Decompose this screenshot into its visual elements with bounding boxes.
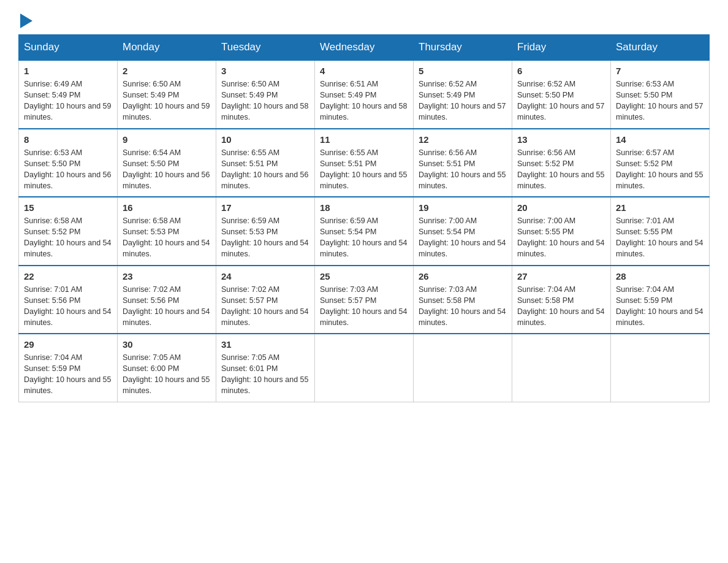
calendar-header-row: SundayMondayTuesdayWednesdayThursdayFrid…: [19, 35, 710, 61]
day-info: Sunrise: 6:51 AMSunset: 5:49 PMDaylight:…: [320, 79, 408, 123]
day-number: 25: [320, 271, 408, 282]
day-info: Sunrise: 7:04 AMSunset: 5:59 PMDaylight:…: [24, 352, 112, 397]
day-number: 2: [123, 66, 211, 76]
day-number: 16: [123, 202, 211, 213]
day-info: Sunrise: 7:02 AMSunset: 5:57 PMDaylight:…: [221, 284, 309, 329]
calendar-cell: 4 Sunrise: 6:51 AMSunset: 5:49 PMDayligh…: [315, 60, 414, 129]
day-number: 30: [123, 339, 211, 350]
day-info: Sunrise: 7:01 AMSunset: 5:55 PMDaylight:…: [616, 215, 704, 260]
day-info: Sunrise: 6:53 AMSunset: 5:50 PMDaylight:…: [616, 79, 704, 123]
day-number: 15: [24, 202, 112, 213]
calendar-cell: 29 Sunrise: 7:04 AMSunset: 5:59 PMDaylig…: [19, 334, 118, 402]
day-number: 3: [221, 66, 309, 76]
calendar-cell: 17 Sunrise: 6:59 AMSunset: 5:53 PMDaylig…: [216, 197, 315, 266]
day-number: 18: [320, 202, 408, 213]
day-info: Sunrise: 7:00 AMSunset: 5:54 PMDaylight:…: [419, 215, 507, 260]
calendar-cell: 7 Sunrise: 6:53 AMSunset: 5:50 PMDayligh…: [611, 60, 710, 129]
calendar-cell: 9 Sunrise: 6:54 AMSunset: 5:50 PMDayligh…: [118, 129, 216, 197]
calendar-week-row: 29 Sunrise: 7:04 AMSunset: 5:59 PMDaylig…: [19, 334, 710, 402]
calendar-cell: 19 Sunrise: 7:00 AMSunset: 5:54 PMDaylig…: [414, 197, 512, 266]
header-sunday: Sunday: [19, 35, 118, 61]
day-number: 20: [517, 202, 605, 213]
calendar-cell: 8 Sunrise: 6:53 AMSunset: 5:50 PMDayligh…: [19, 129, 118, 197]
day-number: 7: [616, 66, 704, 76]
day-number: 1: [24, 66, 112, 76]
day-info: Sunrise: 7:01 AMSunset: 5:56 PMDaylight:…: [24, 284, 112, 329]
day-number: 28: [616, 271, 704, 282]
day-info: Sunrise: 6:56 AMSunset: 5:52 PMDaylight:…: [517, 147, 605, 192]
calendar-cell: 2 Sunrise: 6:50 AMSunset: 5:49 PMDayligh…: [118, 60, 216, 129]
calendar-cell: 6 Sunrise: 6:52 AMSunset: 5:50 PMDayligh…: [512, 60, 611, 129]
day-info: Sunrise: 6:59 AMSunset: 5:54 PMDaylight:…: [320, 215, 408, 260]
day-info: Sunrise: 6:52 AMSunset: 5:49 PMDaylight:…: [419, 79, 507, 123]
calendar-cell: 13 Sunrise: 6:56 AMSunset: 5:52 PMDaylig…: [512, 129, 611, 197]
calendar-cell: [611, 334, 710, 402]
day-info: Sunrise: 6:49 AMSunset: 5:49 PMDaylight:…: [24, 79, 112, 123]
day-info: Sunrise: 6:56 AMSunset: 5:51 PMDaylight:…: [419, 147, 507, 192]
calendar-cell: [512, 334, 611, 402]
day-info: Sunrise: 6:58 AMSunset: 5:53 PMDaylight:…: [123, 215, 211, 260]
day-number: 13: [517, 134, 605, 145]
calendar-cell: 18 Sunrise: 6:59 AMSunset: 5:54 PMDaylig…: [315, 197, 414, 266]
day-number: 11: [320, 134, 408, 145]
day-info: Sunrise: 7:03 AMSunset: 5:58 PMDaylight:…: [419, 284, 507, 329]
day-info: Sunrise: 7:03 AMSunset: 5:57 PMDaylight:…: [320, 284, 408, 329]
header-saturday: Saturday: [611, 35, 710, 61]
header-tuesday: Tuesday: [216, 35, 315, 61]
calendar-cell: 25 Sunrise: 7:03 AMSunset: 5:57 PMDaylig…: [315, 266, 414, 334]
calendar-week-row: 8 Sunrise: 6:53 AMSunset: 5:50 PMDayligh…: [19, 129, 710, 197]
header-monday: Monday: [118, 35, 216, 61]
calendar-cell: 12 Sunrise: 6:56 AMSunset: 5:51 PMDaylig…: [414, 129, 512, 197]
header-thursday: Thursday: [414, 35, 512, 61]
calendar-cell: 21 Sunrise: 7:01 AMSunset: 5:55 PMDaylig…: [611, 197, 710, 266]
day-info: Sunrise: 6:55 AMSunset: 5:51 PMDaylight:…: [320, 147, 408, 192]
day-info: Sunrise: 6:50 AMSunset: 5:49 PMDaylight:…: [123, 79, 211, 123]
calendar-cell: [414, 334, 512, 402]
day-info: Sunrise: 6:52 AMSunset: 5:50 PMDaylight:…: [517, 79, 605, 123]
day-number: 29: [24, 339, 112, 350]
day-info: Sunrise: 7:05 AMSunset: 6:00 PMDaylight:…: [123, 352, 211, 397]
calendar-cell: 3 Sunrise: 6:50 AMSunset: 5:49 PMDayligh…: [216, 60, 315, 129]
calendar-cell: 23 Sunrise: 7:02 AMSunset: 5:56 PMDaylig…: [118, 266, 216, 334]
page-header: [18, 12, 710, 28]
day-info: Sunrise: 7:04 AMSunset: 5:59 PMDaylight:…: [616, 284, 704, 329]
day-info: Sunrise: 7:02 AMSunset: 5:56 PMDaylight:…: [123, 284, 211, 329]
calendar-week-row: 15 Sunrise: 6:58 AMSunset: 5:52 PMDaylig…: [19, 197, 710, 266]
day-info: Sunrise: 7:05 AMSunset: 6:01 PMDaylight:…: [221, 352, 309, 397]
calendar-cell: 16 Sunrise: 6:58 AMSunset: 5:53 PMDaylig…: [118, 197, 216, 266]
day-number: 22: [24, 271, 112, 282]
logo-arrow-icon: [20, 13, 32, 28]
calendar-cell: 11 Sunrise: 6:55 AMSunset: 5:51 PMDaylig…: [315, 129, 414, 197]
day-number: 23: [123, 271, 211, 282]
day-number: 19: [419, 202, 507, 213]
calendar-cell: 5 Sunrise: 6:52 AMSunset: 5:49 PMDayligh…: [414, 60, 512, 129]
calendar-cell: 1 Sunrise: 6:49 AMSunset: 5:49 PMDayligh…: [19, 60, 118, 129]
day-info: Sunrise: 7:04 AMSunset: 5:58 PMDaylight:…: [517, 284, 605, 329]
day-info: Sunrise: 6:53 AMSunset: 5:50 PMDaylight:…: [24, 147, 112, 192]
day-number: 17: [221, 202, 309, 213]
calendar-week-row: 1 Sunrise: 6:49 AMSunset: 5:49 PMDayligh…: [19, 60, 710, 129]
header-friday: Friday: [512, 35, 611, 61]
calendar-cell: 27 Sunrise: 7:04 AMSunset: 5:58 PMDaylig…: [512, 266, 611, 334]
calendar-table: SundayMondayTuesdayWednesdayThursdayFrid…: [18, 34, 710, 402]
calendar-cell: 24 Sunrise: 7:02 AMSunset: 5:57 PMDaylig…: [216, 266, 315, 334]
day-number: 12: [419, 134, 507, 145]
day-number: 9: [123, 134, 211, 145]
header-wednesday: Wednesday: [315, 35, 414, 61]
day-info: Sunrise: 6:58 AMSunset: 5:52 PMDaylight:…: [24, 215, 112, 260]
calendar-cell: 30 Sunrise: 7:05 AMSunset: 6:00 PMDaylig…: [118, 334, 216, 402]
calendar-cell: 26 Sunrise: 7:03 AMSunset: 5:58 PMDaylig…: [414, 266, 512, 334]
day-number: 8: [24, 134, 112, 145]
calendar-cell: 28 Sunrise: 7:04 AMSunset: 5:59 PMDaylig…: [611, 266, 710, 334]
day-info: Sunrise: 6:57 AMSunset: 5:52 PMDaylight:…: [616, 147, 704, 192]
day-number: 27: [517, 271, 605, 282]
calendar-week-row: 22 Sunrise: 7:01 AMSunset: 5:56 PMDaylig…: [19, 266, 710, 334]
calendar-cell: 10 Sunrise: 6:55 AMSunset: 5:51 PMDaylig…: [216, 129, 315, 197]
day-number: 26: [419, 271, 507, 282]
calendar-cell: 31 Sunrise: 7:05 AMSunset: 6:01 PMDaylig…: [216, 334, 315, 402]
calendar-cell: 22 Sunrise: 7:01 AMSunset: 5:56 PMDaylig…: [19, 266, 118, 334]
day-number: 24: [221, 271, 309, 282]
calendar-cell: 15 Sunrise: 6:58 AMSunset: 5:52 PMDaylig…: [19, 197, 118, 266]
day-info: Sunrise: 6:55 AMSunset: 5:51 PMDaylight:…: [221, 147, 309, 192]
calendar-cell: [315, 334, 414, 402]
